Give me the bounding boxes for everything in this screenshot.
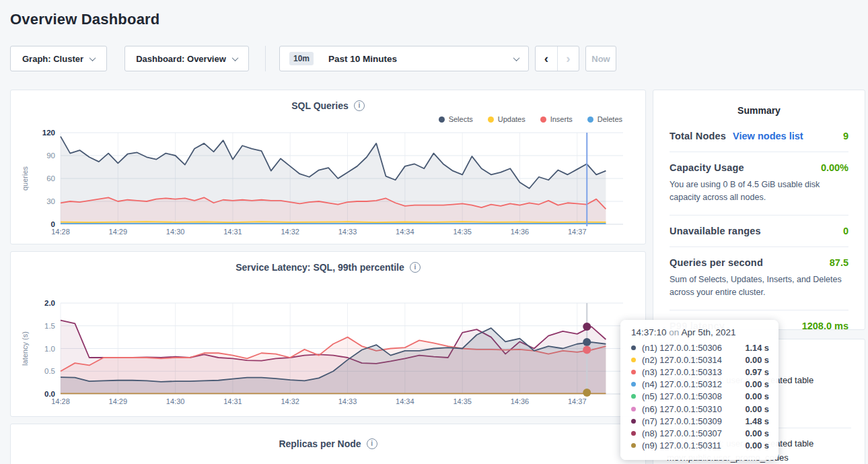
summary-stat-value: 1208.0 ms: [802, 321, 848, 331]
legend-dot-icon: [587, 117, 593, 123]
series-dot-icon: [631, 345, 636, 350]
sql-queries-chart-card: SQL Queries i SelectsUpdatesInsertsDelet…: [10, 90, 646, 244]
svg-text:14:35: 14:35: [453, 228, 472, 236]
tooltip-sep: on: [669, 327, 679, 337]
svg-text:14:30: 14:30: [166, 228, 185, 236]
summary-stat: Unavailable ranges0: [670, 226, 848, 236]
svg-text:14:33: 14:33: [338, 397, 357, 405]
summary-stat-label: Unavailable ranges: [670, 226, 761, 236]
tooltip-node-row: (n9) 127.0.0.1:503110.00 s: [631, 440, 769, 452]
tooltip-node-row: (n2) 127.0.0.1:503140.00 s: [631, 354, 769, 366]
series-dot-icon: [631, 358, 636, 362]
tooltip-node-row: (n5) 127.0.0.1:503080.00 s: [631, 391, 769, 403]
sql-queries-chart-title: SQL Queries: [291, 100, 349, 111]
tooltip-rows: (n1) 127.0.0.1:503061.14 s(n2) 127.0.0.1…: [631, 341, 769, 452]
summary-stat-value: 0: [843, 226, 848, 236]
summary-stats: Total NodesView nodes list9Capacity Usag…: [670, 131, 848, 331]
series-dot-icon: [631, 382, 636, 387]
legend-item[interactable]: Deletes: [587, 115, 622, 123]
time-range-badge: 10m: [289, 52, 314, 65]
dashboard-selector-dropdown[interactable]: Dashboard: Overview: [124, 46, 249, 71]
tooltip-node-value: 1.14 s: [745, 343, 769, 353]
info-icon[interactable]: i: [410, 262, 421, 273]
svg-text:14:34: 14:34: [396, 228, 414, 236]
tooltip-node-label: (n8) 127.0.0.1:50307: [642, 428, 722, 438]
series-dot-icon: [631, 370, 636, 374]
tooltip-node-value: 0.00 s: [745, 355, 769, 365]
svg-text:30: 30: [46, 197, 55, 205]
summary-stat: Capacity Usage0.00%You are using 0 B of …: [670, 162, 848, 205]
summary-stat-row: Total NodesView nodes list9: [670, 131, 848, 141]
chevron-down-icon: [231, 55, 238, 61]
sql-queries-legend: SelectsUpdatesInsertsDeletes: [19, 113, 637, 125]
legend-dot-icon: [540, 117, 546, 123]
overview-dashboard-page: Overview Dashboard Graph: Cluster Dashbo…: [0, 0, 868, 464]
service-latency-chart[interactable]: 14:2814:2914:3014:3114:3214:3314:3414:35…: [19, 286, 635, 409]
sql-queries-chart[interactable]: 14:2814:2914:3014:3114:3214:3314:3414:35…: [19, 125, 635, 237]
summary-stat-row: Queries per second87.5: [670, 257, 848, 268]
tooltip-node-value: 0.00 s: [745, 391, 769, 401]
svg-text:queries: queries: [21, 166, 29, 191]
time-range-dropdown[interactable]: 10m Past 10 Minutes: [279, 46, 529, 71]
tooltip-node-value: 0.00 s: [745, 379, 769, 389]
summary-stat: Total NodesView nodes list9: [670, 131, 848, 141]
svg-text:14:31: 14:31: [223, 397, 242, 405]
svg-text:14:37: 14:37: [568, 228, 587, 236]
tooltip-node-label: (n1) 127.0.0.1:50306: [642, 343, 722, 353]
tooltip-timestamp: 14:37:10 on Apr 5th, 2021: [631, 327, 769, 337]
svg-text:0: 0: [51, 220, 55, 228]
graph-selector-dropdown[interactable]: Graph: Cluster: [10, 46, 107, 71]
time-range-label: Past 10 Minutes: [328, 54, 397, 64]
chart-hover-tooltip: 14:37:10 on Apr 5th, 2021 (n1) 127.0.0.1…: [620, 320, 779, 460]
svg-text:14:34: 14:34: [396, 397, 414, 405]
divider: [670, 152, 848, 152]
charts-column: SQL Queries i SelectsUpdatesInsertsDelet…: [10, 90, 646, 464]
legend-item[interactable]: Selects: [439, 115, 473, 123]
replicas-per-node-chart-card: Replicas per Node i: [10, 424, 646, 464]
summary-stat-value: 87.5: [830, 257, 848, 268]
summary-stat: Queries per second87.5Sum of Selects, Up…: [670, 257, 848, 300]
tooltip-node-row: (n3) 127.0.0.1:503130.97 s: [631, 366, 769, 378]
tooltip-node-row: (n1) 127.0.0.1:503061.14 s: [631, 341, 769, 354]
svg-text:14:32: 14:32: [281, 228, 299, 236]
tooltip-node-label: (n4) 127.0.0.1:50312: [642, 379, 722, 389]
service-latency-chart-card: Service Latency: SQL, 99th percentile i …: [10, 251, 646, 417]
legend-label: Inserts: [550, 115, 573, 123]
service-latency-chart-title: Service Latency: SQL, 99th percentile: [236, 262, 404, 273]
dashboard-selector-label: Dashboard: Overview: [136, 54, 226, 64]
series-dot-icon: [631, 443, 636, 448]
tooltip-node-label: (n6) 127.0.0.1:50310: [642, 404, 722, 414]
summary-stat-description: Sum of Selects, Updates, Inserts, and De…: [670, 273, 848, 300]
svg-text:60: 60: [46, 174, 55, 183]
tooltip-node-value: 0.00 s: [745, 404, 769, 414]
info-icon[interactable]: i: [354, 100, 365, 111]
info-icon[interactable]: i: [367, 438, 377, 449]
legend-item[interactable]: Inserts: [540, 115, 573, 123]
prev-time-button[interactable]: ‹: [536, 46, 557, 71]
divider: [670, 215, 848, 216]
summary-stat-label: Queries per second: [670, 257, 763, 268]
svg-text:14:30: 14:30: [166, 397, 185, 405]
svg-text:1.0: 1.0: [44, 345, 55, 353]
series-dot-icon: [631, 407, 636, 411]
svg-text:latency (s): latency (s): [21, 331, 29, 366]
time-step-buttons: ‹ ›: [535, 46, 579, 71]
series-dot-icon: [631, 431, 636, 436]
tooltip-node-label: (n7) 127.0.0.1:50309: [642, 416, 722, 426]
legend-item[interactable]: Updates: [488, 115, 526, 123]
controls-divider: [265, 46, 266, 71]
svg-text:0.0: 0.0: [44, 390, 55, 398]
page-title: Overview Dashboard: [10, 11, 865, 28]
tooltip-node-value: 0.00 s: [745, 440, 769, 451]
series-dot-icon: [631, 394, 636, 399]
view-nodes-list-link[interactable]: View nodes list: [733, 131, 803, 141]
tooltip-node-row: (n6) 127.0.0.1:503100.00 s: [631, 403, 769, 415]
svg-text:14:29: 14:29: [109, 228, 128, 236]
series-dot-icon: [631, 419, 636, 424]
svg-text:14:29: 14:29: [109, 397, 128, 405]
tooltip-node-value: 0.97 s: [745, 367, 769, 377]
summary-panel: Summary Total NodesView nodes list9Capac…: [653, 90, 865, 330]
dashboard-controls: Graph: Cluster Dashboard: Overview 10m P…: [10, 46, 865, 71]
svg-text:14:35: 14:35: [453, 397, 472, 405]
svg-text:120: 120: [42, 129, 55, 137]
